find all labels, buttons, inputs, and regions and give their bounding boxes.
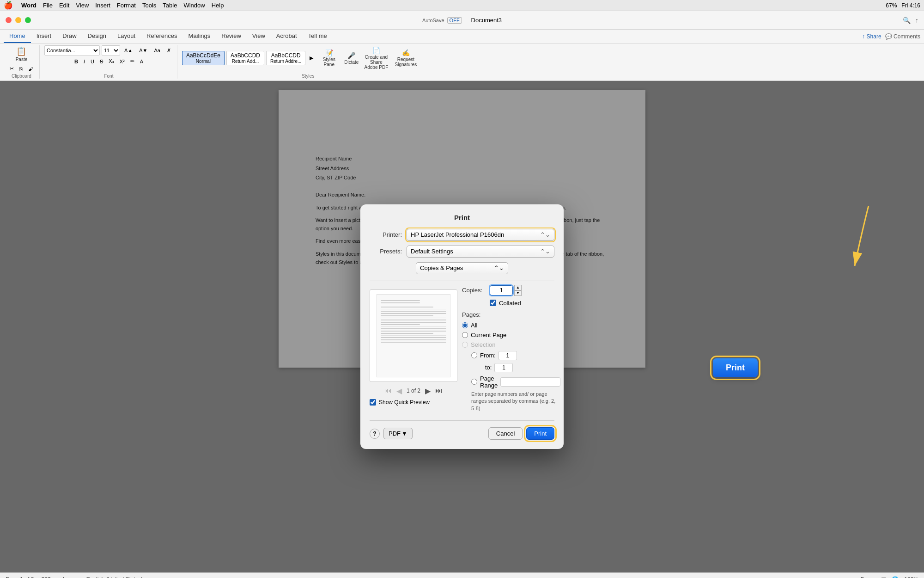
next-button[interactable]: ▶ <box>425 387 431 395</box>
menubar-insert[interactable]: Insert <box>95 2 110 9</box>
menubar-tools[interactable]: Tools <box>142 2 156 9</box>
layout-icon[interactable]: ▤ <box>881 576 886 578</box>
focus-button[interactable]: Focus <box>861 576 876 578</box>
font-color-button[interactable]: A <box>138 58 146 65</box>
tab-acrobat[interactable]: Acrobat <box>271 30 303 43</box>
prev-button[interactable]: ◀ <box>396 387 402 395</box>
style-return-addre[interactable]: AaBbCCDD Return Addre... <box>266 51 305 65</box>
italic-button[interactable]: I <box>81 58 87 65</box>
language[interactable]: English (United States) <box>86 576 143 578</box>
apple-menu[interactable]: 🍎 <box>4 1 13 10</box>
menubar-table[interactable]: Table <box>163 2 177 9</box>
subscript-button[interactable]: X₂ <box>106 57 116 65</box>
page-range-radio[interactable] <box>471 379 477 385</box>
section-select[interactable]: Copies & Pages ⌃⌄ <box>416 262 508 274</box>
web-layout-icon[interactable]: 🌐 <box>892 576 899 578</box>
from-input[interactable] <box>498 351 517 360</box>
copies-decrement-button[interactable]: ▼ <box>514 290 522 296</box>
quick-preview-checkbox[interactable] <box>370 399 376 406</box>
copies-increment-button[interactable]: ▲ <box>514 285 522 290</box>
styles-expand-button[interactable]: ▶ <box>307 54 316 62</box>
word-count: 227 words <box>41 576 67 578</box>
close-button[interactable] <box>6 17 12 23</box>
mac-menubar: 🍎 Word File Edit View Insert Format Tool… <box>0 0 924 11</box>
copies-input[interactable] <box>490 285 513 295</box>
increase-font-button[interactable]: A▲ <box>122 47 135 54</box>
search-icon[interactable]: 🔍 <box>903 17 911 24</box>
autosave-toggle[interactable]: OFF <box>447 17 462 24</box>
menubar-format[interactable]: Format <box>117 2 136 9</box>
collated-checkbox[interactable] <box>490 300 496 306</box>
font-family-select[interactable]: Constantia... <box>44 45 100 55</box>
menubar-file[interactable]: File <box>43 2 53 9</box>
help-button[interactable]: ? <box>370 429 380 439</box>
share-ribbon-button[interactable]: ↑ Share <box>862 33 881 40</box>
printer-select[interactable]: HP LaserJet Professional P1606dn ⌃⌄ <box>407 229 554 241</box>
document-area: Recipient Name Street Address City, ST Z… <box>0 81 924 572</box>
to-input[interactable] <box>494 363 513 372</box>
ribbon-group-clipboard: 📋 Paste ✂ ⎘ 🖌 Clipboard <box>4 45 40 79</box>
change-case-button[interactable]: Aa <box>152 47 162 54</box>
from-radio[interactable] <box>471 352 477 358</box>
styles-pane-button[interactable]: 📝 Styles Pane <box>317 48 340 68</box>
decrease-font-button[interactable]: A▼ <box>137 47 150 54</box>
dictate-button[interactable]: 🎤 Dictate <box>342 51 360 66</box>
cut-button[interactable]: ✂ <box>7 65 16 73</box>
pdf-button[interactable]: PDF ▼ <box>383 428 413 439</box>
paste-button[interactable]: 📋 Paste <box>14 45 30 63</box>
cancel-button[interactable]: Cancel <box>488 427 523 440</box>
style-normal[interactable]: AaBbCcDdEe Normal <box>182 51 225 65</box>
request-signatures-button[interactable]: ✍ Request Signatures <box>392 48 419 68</box>
statusbar: Page 1 of 2 227 words ✏ English (United … <box>0 572 924 578</box>
superscript-button[interactable]: X² <box>117 58 127 65</box>
menubar-word[interactable]: Word <box>21 2 36 9</box>
strikethrough-button[interactable]: S <box>97 58 105 65</box>
prev-first-button[interactable]: ⏮ <box>384 387 392 395</box>
tab-design[interactable]: Design <box>82 30 112 43</box>
underline-button[interactable]: U <box>88 58 97 65</box>
tab-review[interactable]: Review <box>216 30 247 43</box>
current-page-radio[interactable] <box>462 332 468 338</box>
preview-navigation: ⏮ ◀ 1 of 2 ▶ ⏭ <box>370 387 457 395</box>
dialog-title: Print <box>370 214 554 221</box>
tab-insert[interactable]: Insert <box>31 30 57 43</box>
page-info: Page 1 of 2 <box>6 576 34 578</box>
tab-draw[interactable]: Draw <box>57 30 82 43</box>
font-size-select[interactable]: 11 <box>102 45 120 55</box>
highlight-button[interactable]: ✏ <box>128 57 137 65</box>
menubar-edit[interactable]: Edit <box>59 2 69 9</box>
clear-format-button[interactable]: ✗ <box>164 47 173 55</box>
current-page-label: Current Page <box>471 332 506 338</box>
print-dialog-button[interactable]: Print <box>526 427 554 440</box>
pages-section: Pages: All Current Page Selection <box>462 311 560 412</box>
page-range-input[interactable] <box>500 377 560 387</box>
page-range-row: Page Range <box>471 375 560 389</box>
presets-select[interactable]: Default Settings ⌃⌄ <box>407 246 554 258</box>
all-radio[interactable] <box>462 322 468 328</box>
format-painter-button[interactable]: 🖌 <box>26 65 36 73</box>
tab-home[interactable]: Home <box>4 30 31 43</box>
menubar-window[interactable]: Window <box>183 2 205 9</box>
tab-mailings[interactable]: Mailings <box>183 30 216 43</box>
edit-icon[interactable]: ✏ <box>74 576 79 578</box>
style-return-add[interactable]: AaBbCCDD Return Add... <box>226 51 264 65</box>
next-last-button[interactable]: ⏭ <box>435 387 443 395</box>
minimize-button[interactable] <box>15 17 21 23</box>
menubar-view[interactable]: View <box>76 2 89 9</box>
ribbon-tabs: Home Insert Draw Design Layout Reference… <box>0 30 924 43</box>
maximize-button[interactable] <box>25 17 31 23</box>
copy-button[interactable]: ⎘ <box>17 65 25 73</box>
floating-print-button[interactable]: Print <box>713 358 758 377</box>
bold-button[interactable]: B <box>72 58 80 65</box>
tab-layout[interactable]: Layout <box>112 30 141 43</box>
create-share-pdf-button[interactable]: 📄 Create and Share Adobe PDF <box>362 46 390 71</box>
share-icon[interactable]: ↑ <box>915 17 918 24</box>
menubar-help[interactable]: Help <box>212 2 224 9</box>
comments-ribbon-button[interactable]: 💬 Comments <box>885 33 920 40</box>
tab-references[interactable]: References <box>141 30 182 43</box>
radio-all-row: All <box>462 322 560 329</box>
selection-radio[interactable] <box>462 342 468 348</box>
section-arrow-icon: ⌃⌄ <box>494 264 504 271</box>
tab-view[interactable]: View <box>247 30 271 43</box>
tab-tell-me[interactable]: Tell me <box>303 30 333 43</box>
